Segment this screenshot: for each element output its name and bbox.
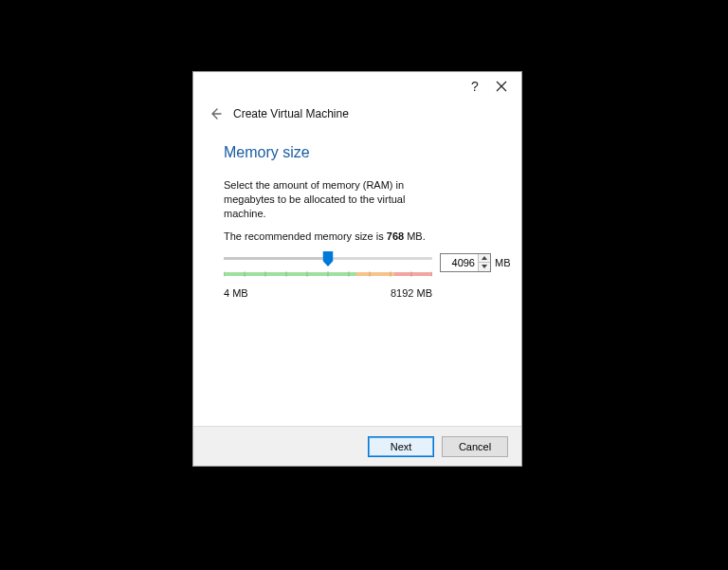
memory-slider[interactable]: 4 MB 8192 MB (224, 251, 432, 299)
wizard-content: Memory size Select the amount of memory … (193, 127, 521, 299)
memory-spinbox (440, 253, 491, 272)
recommend-suffix: MB. (404, 230, 426, 242)
slider-thumb[interactable] (323, 251, 334, 267)
svg-rect-2 (394, 272, 432, 276)
cancel-button[interactable]: Cancel (442, 436, 508, 457)
help-icon[interactable]: ? (466, 78, 483, 95)
slider-min-label: 4 MB (224, 287, 248, 299)
spin-up-button[interactable] (479, 254, 490, 264)
create-vm-dialog: ? Create Virtual Machine Memory size Sel… (192, 71, 522, 467)
recommendation-text: The recommended memory size is 768 MB. (224, 230, 497, 242)
memory-input[interactable] (441, 254, 478, 271)
next-button[interactable]: Next (368, 436, 434, 457)
button-bar: Next Cancel (193, 426, 521, 466)
slider-scale (224, 271, 432, 277)
recommend-prefix: The recommended memory size is (224, 230, 387, 242)
close-icon[interactable] (493, 78, 510, 95)
memory-slider-row: 4 MB 8192 MB MB (224, 251, 497, 299)
wizard-title: Create Virtual Machine (233, 107, 349, 120)
svg-rect-0 (224, 272, 356, 276)
titlebar: ? (193, 72, 521, 101)
memory-unit-label: MB (495, 257, 511, 268)
slider-fill (224, 257, 328, 260)
recommend-value: 768 (387, 230, 404, 242)
page-heading: Memory size (224, 144, 497, 161)
wizard-header: Create Virtual Machine (193, 101, 521, 127)
spin-down-button[interactable] (479, 263, 490, 271)
memory-spin-wrap: MB (440, 253, 511, 272)
slider-max-label: 8192 MB (391, 287, 432, 299)
back-icon[interactable] (207, 105, 224, 122)
svg-rect-1 (356, 272, 394, 276)
instruction-text: Select the amount of memory (RAM) in meg… (224, 178, 447, 221)
